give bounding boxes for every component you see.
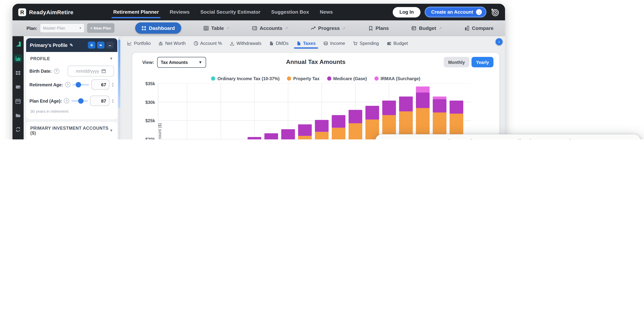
y-tick-label: $20k <box>146 137 155 139</box>
pie-chart-icon[interactable] <box>14 40 22 48</box>
plan-label: Plan: <box>26 26 37 31</box>
tabs-scroll-right-button[interactable]: › <box>496 38 503 45</box>
nav-item-social-security-estimator[interactable]: Social Security Estimator <box>200 4 260 20</box>
chevron-down-icon[interactable]: ▼ <box>109 56 113 61</box>
tab-label: Compare <box>472 25 494 31</box>
tab-dashboard[interactable]: Dashboard <box>135 23 181 34</box>
budget-icon <box>412 26 416 31</box>
success-percentiles-panel: Chance of Success Percentiles (past 190 … <box>375 134 641 139</box>
help-icon[interactable]: ? <box>64 98 70 103</box>
stepper-arrows[interactable]: ▲▼ <box>112 82 114 87</box>
tab-plans[interactable]: Plans <box>368 25 389 31</box>
nav-item-reviews[interactable]: Reviews <box>170 4 190 20</box>
nav-actions: Log In Create an Account → <box>393 7 499 18</box>
save-button[interactable] <box>88 42 95 49</box>
plan-end-slider[interactable] <box>72 100 88 102</box>
tab-label: Table <box>211 25 224 31</box>
tab-accounts[interactable]: Accounts↗ <box>252 25 288 31</box>
legend-label: Property Tax <box>293 76 320 81</box>
table-icon <box>204 26 209 31</box>
plan-end-row: Plan End (Age): ? 87 ▲▼ <box>30 95 114 106</box>
tab-label: Accounts <box>260 25 282 31</box>
subtab-spending[interactable]: Spending <box>353 41 379 46</box>
subtab-budget[interactable]: Budget <box>387 41 408 46</box>
subtab-withdrawals[interactable]: Withdrawals <box>230 41 261 46</box>
subtab-account-%[interactable]: Account % <box>194 41 222 46</box>
tab-compare[interactable]: Compare <box>464 25 494 31</box>
plan-toolbar: Plan: Master Plan ▾ + New Plan Dashboard… <box>12 20 505 36</box>
calendar-icon <box>102 69 106 73</box>
plan-group: Plan: Master Plan ▾ + New Plan <box>12 23 121 33</box>
tab-label: Progress <box>318 25 340 31</box>
yearly-button[interactable]: Yearly <box>472 57 494 67</box>
tab-budget[interactable]: Budget↗ <box>412 25 442 31</box>
tax-chart-card: Annual Tax Amounts View: Tax Amounts ▼ M… <box>132 52 500 139</box>
subtab-taxes[interactable]: Taxes <box>296 41 316 46</box>
view-select[interactable]: Tax Amounts ▼ <box>157 57 206 68</box>
brand-name: ReadyAimRetire <box>29 9 74 15</box>
bar-chart-icon[interactable] <box>14 54 22 62</box>
subtab-label: Withdrawals <box>236 41 261 46</box>
y-tick-label: $25k <box>146 118 155 123</box>
nav-item-suggestion-box[interactable]: Suggestion Box <box>271 4 309 20</box>
help-icon[interactable]: ? <box>54 68 59 74</box>
help-icon[interactable]: ? <box>65 82 70 87</box>
table-icon[interactable] <box>14 69 22 76</box>
accounts-heading: PRIMARY INVESTMENT ACCOUNTS ($) <box>30 125 109 135</box>
external-link-icon: ↗ <box>226 26 230 30</box>
subtab-label: Spending <box>360 41 379 46</box>
main-content: PortfolioNet WorthAccount %WithdrawalsDM… <box>122 36 500 139</box>
subtab-label: Net Worth <box>165 41 186 46</box>
profile-sidebar: Primary's Profile✎ – PROFILE ▼ Birth Dat… <box>24 36 120 139</box>
top-tabs: DashboardTable↗Accounts↗Progress↗PlansBu… <box>121 23 505 34</box>
legend-item: Property Tax <box>287 76 320 81</box>
plan-select[interactable]: Master Plan ▾ <box>40 23 84 33</box>
retirement-age-slider[interactable] <box>72 84 89 85</box>
collapse-button[interactable]: – <box>106 42 114 49</box>
subtab-portfolio[interactable]: Portfolio <box>128 41 151 46</box>
sidebar-scrollbar[interactable] <box>118 37 120 139</box>
tax-chart-plot: Annual Tax Amount ($) Age $0$5k$10k$15k$… <box>158 84 471 139</box>
new-plan-button[interactable]: + New Plan <box>87 23 114 33</box>
external-link-icon: ↗ <box>285 26 288 30</box>
stepper-arrows[interactable]: ▲▼ <box>112 98 114 103</box>
pie2-icon <box>194 41 198 45</box>
birth-date-input[interactable]: mm/dd/yyyy <box>68 66 114 76</box>
scrollbar-thumb[interactable] <box>118 39 120 108</box>
panel-icon[interactable] <box>14 84 22 91</box>
retirement-age-value[interactable]: 67 <box>91 79 110 90</box>
line-icon <box>128 41 132 45</box>
screenshot-stage: R ReadyAimRetire Retirement PlannerRevie… <box>0 0 644 139</box>
view-label: View: <box>142 60 154 65</box>
brand[interactable]: R ReadyAimRetire <box>18 8 74 16</box>
chevron-down-icon: ▼ <box>198 60 202 64</box>
plan-end-value[interactable]: 87 <box>90 95 110 106</box>
birth-date-label: Birth Date: <box>30 69 52 74</box>
nav-item-retirement-planner[interactable]: Retirement Planner <box>113 4 159 20</box>
folder-icon[interactable] <box>14 112 22 119</box>
edit-icon[interactable]: ✎ <box>70 43 73 47</box>
subtab-net-worth[interactable]: Net Worth <box>158 41 186 46</box>
load-folder-button[interactable] <box>97 42 104 49</box>
monthly-button[interactable]: Monthly <box>444 57 470 67</box>
subtab-income[interactable]: Income <box>324 41 345 46</box>
profile-heading-label: PROFILE <box>30 56 50 61</box>
main-nav: Retirement PlannerReviewsSocial Security… <box>113 4 333 20</box>
accounts-heading-row: PRIMARY INVESTMENT ACCOUNTS ($) ▼ <box>30 124 114 137</box>
profile-section-heading: PROFILE ▼ <box>30 54 114 63</box>
tab-progress[interactable]: Progress↗ <box>311 25 346 31</box>
chevron-down-icon[interactable]: ▼ <box>109 128 113 132</box>
plan-end-label: Plan End (Age): <box>30 98 62 103</box>
calendar-icon[interactable] <box>14 98 22 105</box>
subtab-dmds[interactable]: DMDs <box>269 41 288 46</box>
login-button[interactable]: Log In <box>393 7 420 17</box>
bullseye-target-icon[interactable] <box>490 8 499 17</box>
sync-icon[interactable] <box>14 126 22 133</box>
legend-item: IRMAA (Surcharge) <box>374 76 420 81</box>
nav-item-news[interactable]: News <box>320 4 333 20</box>
create-account-button[interactable]: Create an Account → <box>424 7 486 18</box>
tab-table[interactable]: Table↗ <box>204 25 230 31</box>
bookmark-icon <box>368 26 373 31</box>
progress-icon <box>311 26 316 31</box>
legend-dot <box>211 76 216 81</box>
